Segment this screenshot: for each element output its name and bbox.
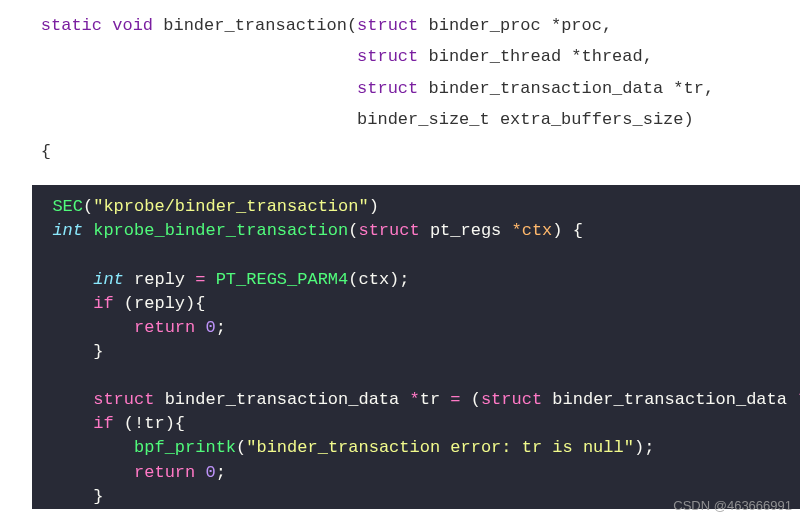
- semi: ;: [216, 318, 226, 337]
- kw-struct: struct: [357, 16, 418, 35]
- indent: [0, 110, 357, 129]
- op: =: [450, 390, 460, 409]
- paren: );: [389, 270, 409, 289]
- sp: [195, 463, 205, 482]
- kw-struct: struct: [357, 79, 418, 98]
- fn-name: kprobe_binder_transaction: [93, 221, 348, 240]
- kw-int: int: [52, 221, 83, 240]
- var: reply: [124, 270, 195, 289]
- fn-name: binder_transaction: [163, 16, 347, 35]
- indent: [32, 414, 93, 433]
- paren: );: [634, 438, 654, 457]
- indent: [0, 47, 357, 66]
- paren: ): [552, 221, 562, 240]
- type: binder_proc: [429, 16, 541, 35]
- string: "kprobe/binder_transaction": [93, 197, 368, 216]
- brace: {: [563, 221, 583, 240]
- type: binder_thread: [428, 47, 561, 66]
- dark-code-block: SEC("kprobe/binder_transaction") int kpr…: [32, 185, 800, 509]
- paren: (: [236, 438, 246, 457]
- semi: ;: [216, 463, 226, 482]
- cond: (!tr){: [114, 414, 185, 433]
- var: tr: [420, 390, 451, 409]
- num: 0: [205, 318, 215, 337]
- kw-return: return: [134, 463, 195, 482]
- kw-struct: struct: [481, 390, 542, 409]
- indent: [32, 318, 134, 337]
- indent: [32, 463, 134, 482]
- indent: [32, 221, 52, 240]
- indent: [32, 438, 134, 457]
- indent: [32, 294, 93, 313]
- kw-struct: struct: [93, 390, 154, 409]
- type: binder_size_t: [357, 110, 490, 129]
- type: binder_transaction_data: [428, 79, 663, 98]
- param: *ctx: [501, 221, 552, 240]
- type: binder_transaction_data: [542, 390, 797, 409]
- kw-int: int: [93, 270, 124, 289]
- light-code-block: static void binder_transaction(struct bi…: [0, 0, 800, 185]
- paren: ): [369, 197, 379, 216]
- type: pt_regs: [430, 221, 501, 240]
- watermark-text: CSDN @463666991: [673, 498, 792, 509]
- kw-struct: struct: [358, 221, 419, 240]
- string: "binder_transaction error: tr is null": [246, 438, 634, 457]
- kw-if: if: [93, 294, 113, 313]
- param: *proc,: [551, 16, 612, 35]
- indent: [32, 197, 52, 216]
- arg: ctx: [358, 270, 389, 289]
- sp: [195, 318, 205, 337]
- brace: {: [0, 142, 51, 161]
- cond: (reply){: [114, 294, 206, 313]
- brace: }: [32, 487, 103, 506]
- param: extra_buffers_size): [500, 110, 694, 129]
- sp: (: [461, 390, 481, 409]
- type: binder_transaction_data: [154, 390, 409, 409]
- kw-if: if: [93, 414, 113, 433]
- param: *tr,: [673, 79, 714, 98]
- kw-struct: struct: [357, 47, 418, 66]
- num: 0: [205, 463, 215, 482]
- kw-static: static: [41, 16, 102, 35]
- op: *: [409, 390, 419, 409]
- paren: (: [83, 197, 93, 216]
- brace: }: [32, 342, 103, 361]
- indent: [32, 270, 93, 289]
- macro-sec: SEC: [52, 197, 83, 216]
- kw-return: return: [134, 318, 195, 337]
- paren: (: [348, 270, 358, 289]
- kw-void: void: [112, 16, 153, 35]
- paren: (: [348, 221, 358, 240]
- indent: [0, 16, 41, 35]
- indent: [0, 79, 357, 98]
- op: =: [195, 270, 205, 289]
- indent: [32, 390, 93, 409]
- fn-call: PT_REGS_PARM4: [205, 270, 348, 289]
- param: *thread,: [571, 47, 653, 66]
- fn-call: bpf_printk: [134, 438, 236, 457]
